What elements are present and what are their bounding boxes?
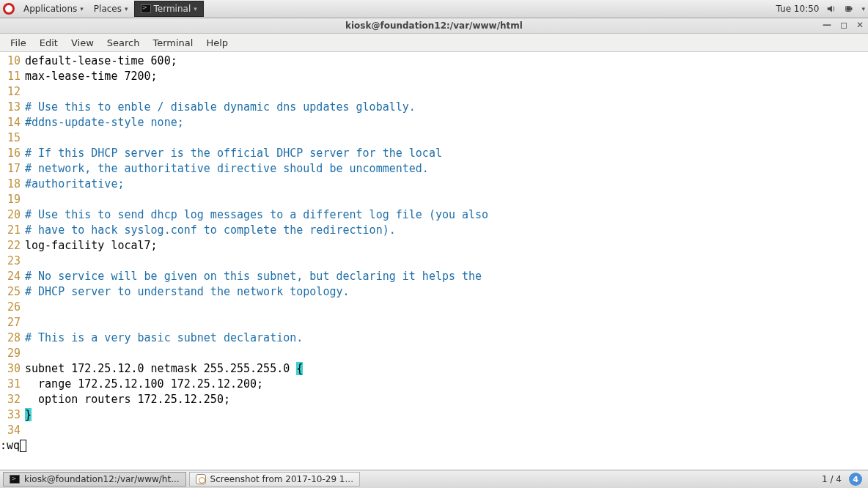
menu-terminal[interactable]: Terminal: [147, 35, 199, 51]
line-number: 18: [0, 177, 25, 192]
terminal-icon: [10, 475, 20, 484]
code-line: 18#authoritative;: [0, 177, 868, 192]
code-line: 22log-facility local7;: [0, 238, 868, 254]
menu-search[interactable]: Search: [101, 35, 146, 51]
line-number: 31: [0, 377, 25, 392]
code-content: }: [25, 407, 868, 423]
menu-help[interactable]: Help: [200, 35, 234, 51]
line-number: 24: [0, 269, 25, 284]
line-number: 12: [0, 84, 25, 100]
chevron-down-icon: ▾: [125, 5, 128, 12]
line-number: 33: [0, 407, 25, 423]
maximize-button[interactable]: ◻: [840, 20, 847, 30]
code-content: [25, 300, 868, 315]
minimize-button[interactable]: —: [823, 20, 831, 30]
line-number: 20: [0, 207, 25, 223]
terminal-viewport[interactable]: 10default-lease-time 600;11max-lease-tim…: [0, 52, 868, 470]
code-line: 14#ddns-update-style none;: [0, 115, 868, 130]
code-line: 24# No service will be given on this sub…: [0, 269, 868, 284]
window-title: kiosk@foundation12:/var/www/html: [345, 21, 523, 31]
line-number: 21: [0, 223, 25, 238]
line-number: 13: [0, 100, 25, 115]
line-number: 25: [0, 284, 25, 300]
window-titlebar[interactable]: kiosk@foundation12:/var/www/html — ◻ ✕: [0, 18, 868, 34]
code-content: # This is a very basic subnet declaratio…: [25, 330, 868, 346]
applications-label: Applications: [23, 4, 77, 14]
line-number: 34: [0, 423, 25, 438]
line-number: 32: [0, 392, 25, 407]
workspace-indicator[interactable]: 4: [849, 473, 862, 486]
line-number: 26: [0, 300, 25, 315]
code-content: #ddns-update-style none;: [25, 115, 868, 130]
task-label: Screenshot from 2017-10-29 1...: [210, 474, 353, 484]
code-line: 27: [0, 315, 868, 330]
code-line: 25# DHCP server to understand the networ…: [0, 284, 868, 300]
code-line: 30subnet 172.25.12.0 netmask 255.255.255…: [0, 361, 868, 377]
places-menu[interactable]: Places ▾: [89, 4, 133, 14]
code-content: [25, 192, 868, 207]
line-number: 16: [0, 146, 25, 161]
code-line: 31 range 172.25.12.100 172.25.12.200;: [0, 377, 868, 392]
chevron-down-icon: ▾: [80, 5, 84, 12]
line-number: 28: [0, 330, 25, 346]
terminal-app-menu[interactable]: Terminal ▾: [134, 1, 204, 17]
code-line: 17# network, the authoritative directive…: [0, 161, 868, 177]
line-number: 22: [0, 238, 25, 254]
line-number: 15: [0, 130, 25, 146]
line-number: 27: [0, 315, 25, 330]
taskbar-item-terminal[interactable]: kiosk@foundation12:/var/www/ht...: [3, 472, 186, 487]
code-content: [25, 346, 868, 361]
distro-logo-icon: [3, 3, 15, 15]
cursor: [20, 440, 26, 452]
vim-command-line[interactable]: :wq: [0, 438, 868, 454]
image-viewer-icon: [196, 474, 206, 484]
gnome-bottom-panel: kiosk@foundation12:/var/www/ht... Screen…: [0, 470, 868, 488]
code-line: 11max-lease-time 7200;: [0, 69, 868, 84]
code-line: 23: [0, 254, 868, 269]
chevron-down-icon[interactable]: ▾: [861, 5, 865, 12]
applications-menu[interactable]: Applications ▾: [19, 4, 88, 14]
line-number: 10: [0, 53, 25, 69]
code-content: # have to hack syslog.conf to complete t…: [25, 223, 868, 238]
code-line: 13# Use this to enble / disable dynamic …: [0, 100, 868, 115]
line-number: 23: [0, 254, 25, 269]
code-content: [25, 84, 868, 100]
code-content: #authoritative;: [25, 177, 868, 192]
code-content: [25, 315, 868, 330]
code-line: 16# If this DHCP server is the official …: [0, 146, 868, 161]
line-number: 19: [0, 192, 25, 207]
clock[interactable]: Tue 10:50: [776, 4, 820, 14]
code-content: max-lease-time 7200;: [25, 69, 868, 84]
code-line: 15: [0, 130, 868, 146]
code-content: [25, 254, 868, 269]
menu-view[interactable]: View: [65, 35, 100, 51]
places-label: Places: [94, 4, 122, 14]
terminal-icon: [141, 4, 151, 13]
code-line: 10default-lease-time 600;: [0, 53, 868, 69]
code-line: 20# Use this to send dhcp log messages t…: [0, 207, 868, 223]
task-label: kiosk@foundation12:/var/www/ht...: [24, 474, 180, 484]
code-content: [25, 423, 868, 438]
line-number: 30: [0, 361, 25, 377]
terminal-menubar: File Edit View Search Terminal Help: [0, 34, 868, 52]
code-content: # DHCP server to understand the network …: [25, 284, 868, 300]
code-line: 19: [0, 192, 868, 207]
svg-rect-1: [851, 7, 853, 10]
code-content: subnet 172.25.12.0 netmask 255.255.255.0…: [25, 361, 868, 377]
svg-rect-2: [847, 7, 850, 10]
close-button[interactable]: ✕: [856, 20, 864, 30]
volume-icon[interactable]: [826, 4, 836, 14]
code-line: 26: [0, 300, 868, 315]
code-line: 29: [0, 346, 868, 361]
menu-file[interactable]: File: [4, 35, 32, 51]
battery-icon[interactable]: [844, 4, 854, 14]
code-content: # Use this to enble / disable dynamic dn…: [25, 100, 868, 115]
taskbar-item-screenshot[interactable]: Screenshot from 2017-10-29 1...: [189, 472, 360, 487]
menu-edit[interactable]: Edit: [34, 35, 64, 51]
code-line: 33}: [0, 407, 868, 423]
code-content: log-facility local7;: [25, 238, 868, 254]
code-content: # If this DHCP server is the official DH…: [25, 146, 868, 161]
code-content: option routers 172.25.12.250;: [25, 392, 868, 407]
workspace-pager-label[interactable]: 1 / 4: [822, 474, 842, 484]
code-line: 21# have to hack syslog.conf to complete…: [0, 223, 868, 238]
